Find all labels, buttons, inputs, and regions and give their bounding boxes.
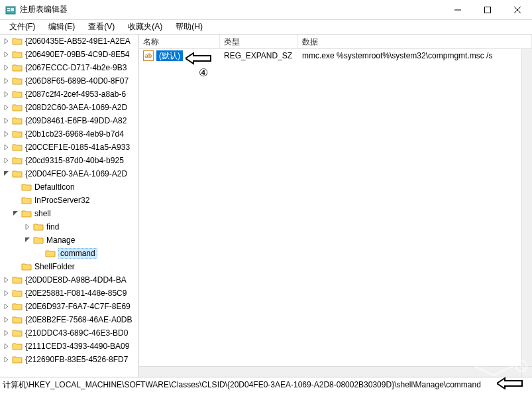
tree-node[interactable]: {20D0DE8D-A98B-4DD4-BA xyxy=(0,273,138,287)
tree-node-label: {212690FB-83E5-4526-8FD7 xyxy=(25,355,128,364)
expand-icon[interactable] xyxy=(3,157,11,165)
tree-node-label: {20CCEF1E-0185-41a5-A933 xyxy=(25,143,130,152)
column-header-type[interactable]: 类型 xyxy=(220,34,298,48)
tree-node-label: {206D8F65-689B-40D0-8F07 xyxy=(25,76,129,86)
expand-icon[interactable] xyxy=(3,143,11,151)
folder-icon xyxy=(12,302,23,311)
menu-help[interactable]: 帮助(H) xyxy=(169,20,209,34)
expand-icon[interactable] xyxy=(3,276,11,284)
folder-icon xyxy=(12,169,23,178)
minimize-button[interactable] xyxy=(443,0,472,20)
tree-node-label: InProcServer32 xyxy=(34,196,89,205)
tree-node[interactable]: {20D04FE0-3AEA-1069-A2D xyxy=(0,167,138,180)
collapse-icon[interactable] xyxy=(24,236,32,244)
value-cell-name[interactable]: ab(默认) xyxy=(139,50,220,62)
folder-icon xyxy=(12,289,23,298)
expand-icon[interactable] xyxy=(3,342,11,350)
tree-node-label: {210DDC43-689C-46E3-BD0 xyxy=(25,328,128,338)
menu-file[interactable]: 文件(F) xyxy=(3,20,42,34)
tree-node[interactable]: Manage xyxy=(0,233,138,247)
tree-node[interactable]: shell xyxy=(0,207,138,220)
value-row[interactable]: ab(默认) REG_EXPAND_SZ mmc.exe %systemroot… xyxy=(139,49,532,62)
collapse-icon[interactable] xyxy=(12,210,20,218)
svg-rect-5 xyxy=(484,7,490,13)
tree-node[interactable]: find xyxy=(0,220,138,233)
tree-node-label: {2067ECCC-D717-4b2e-9B3 xyxy=(25,63,127,72)
svg-rect-3 xyxy=(11,8,14,11)
column-header-data[interactable]: 数据 xyxy=(298,34,532,48)
tree-node[interactable]: {2067ECCC-D717-4b2e-9B3 xyxy=(0,61,138,74)
expand-icon[interactable] xyxy=(3,64,11,72)
content-area: {2060435E-AB52-49E1-A2EA{206490E7-09B5-4… xyxy=(0,34,532,377)
expand-icon[interactable] xyxy=(3,329,11,337)
tree-node[interactable]: {20b1cb23-6968-4eb9-b7d4 xyxy=(0,127,138,141)
tree-node[interactable]: {20E6D937-F6A7-4C7F-8E69 xyxy=(0,300,138,313)
tree-node-label: DefaultIcon xyxy=(34,182,75,192)
folder-icon xyxy=(12,50,23,59)
folder-icon xyxy=(12,36,23,46)
expand-icon xyxy=(12,183,20,191)
tree-node[interactable]: DefaultIcon xyxy=(0,180,138,194)
tree-node-label: {2060435E-AB52-49E1-A2EA xyxy=(25,36,131,46)
list-header: 名称 类型 数据 xyxy=(139,34,532,49)
expand-icon[interactable] xyxy=(3,130,11,138)
expand-icon[interactable] xyxy=(3,90,11,98)
tree-node[interactable]: {209D8461-E6FB-49DD-A82 xyxy=(0,114,138,127)
tree-node[interactable]: {20E8B2FE-7568-46AE-A0DB xyxy=(0,313,138,326)
tree-node-label: {20D04FE0-3AEA-1069-A2D xyxy=(25,169,127,178)
expand-icon[interactable] xyxy=(3,77,11,85)
menu-favorites[interactable]: 收藏夹(A) xyxy=(121,20,169,34)
tree-node-label: command xyxy=(58,248,97,259)
tree-node[interactable]: {2060435E-AB52-49E1-A2EA xyxy=(0,34,138,48)
maximize-button[interactable] xyxy=(472,0,502,20)
tree-node[interactable]: {20cd9315-87d0-40b4-b925 xyxy=(0,154,138,167)
tree-node[interactable]: {2111CED3-4393-4490-BA09 xyxy=(0,340,138,353)
status-bar: 计算机\HKEY_LOCAL_MACHINE\SOFTWARE\Classes\… xyxy=(0,377,532,393)
expand-icon[interactable] xyxy=(3,50,11,58)
close-button[interactable] xyxy=(502,0,532,20)
tree-node[interactable]: command xyxy=(0,247,138,260)
expand-icon[interactable] xyxy=(3,103,11,111)
folder-icon xyxy=(21,182,32,192)
value-cell-type: REG_EXPAND_SZ xyxy=(220,51,298,60)
expand-icon[interactable] xyxy=(3,316,11,324)
tree-node[interactable]: {20CCEF1E-0185-41a5-A933 xyxy=(0,141,138,154)
expand-icon[interactable] xyxy=(24,223,32,231)
list-scrollbar-horizontal[interactable] xyxy=(139,367,521,377)
registry-tree[interactable]: {2060435E-AB52-49E1-A2EA{206490E7-09B5-4… xyxy=(0,34,139,377)
menu-edit[interactable]: 编辑(E) xyxy=(42,20,81,34)
folder-icon xyxy=(12,76,23,86)
tree-node[interactable]: {2087c2f4-2cef-4953-a8ab-6 xyxy=(0,88,138,101)
menu-view[interactable]: 查看(V) xyxy=(81,20,121,34)
window-title: 注册表编辑器 xyxy=(20,4,443,15)
expand-icon[interactable] xyxy=(3,117,11,125)
expand-icon[interactable] xyxy=(3,37,11,45)
tree-node-label: {20D0DE8D-A98B-4DD4-BA xyxy=(25,275,127,285)
folder-icon xyxy=(12,116,23,125)
expand-icon[interactable] xyxy=(3,356,11,363)
title-bar: 注册表编辑器 xyxy=(0,0,532,20)
list-footer xyxy=(139,366,532,377)
expand-icon[interactable] xyxy=(3,302,11,310)
folder-icon xyxy=(33,235,44,245)
list-scrollbar-vertical[interactable] xyxy=(521,49,532,366)
column-header-name[interactable]: 名称 xyxy=(139,34,220,48)
tree-node-label: {20E25881-F081-448e-85C9 xyxy=(25,289,127,298)
value-name-text: (默认) xyxy=(156,50,183,61)
tree-node[interactable]: ShellFolder xyxy=(0,260,138,273)
folder-icon xyxy=(12,328,23,338)
tree-node[interactable]: {206D8F65-689B-40D0-8F07 xyxy=(0,74,138,88)
expand-icon[interactable] xyxy=(3,289,11,297)
status-path: 计算机\HKEY_LOCAL_MACHINE\SOFTWARE\Classes\… xyxy=(3,379,481,391)
tree-node-label: Manage xyxy=(46,235,75,245)
tree-node[interactable]: {210DDC43-689C-46E3-BD0 xyxy=(0,326,138,340)
tree-node[interactable]: {206490E7-09B5-4C9D-8E54 xyxy=(0,48,138,61)
tree-node[interactable]: {212690FB-83E5-4526-8FD7 xyxy=(0,353,138,366)
tree-node[interactable]: {20E25881-F081-448e-85C9 xyxy=(0,287,138,300)
tree-node-label: {206490E7-09B5-4C9D-8E54 xyxy=(25,50,129,59)
tree-node-label: find xyxy=(46,222,59,231)
tree-node-label: {20E6D937-F6A7-4C7F-8E69 xyxy=(25,302,131,311)
collapse-icon[interactable] xyxy=(3,170,11,178)
tree-node[interactable]: InProcServer32 xyxy=(0,194,138,207)
tree-node[interactable]: {208D2C60-3AEA-1069-A2D xyxy=(0,101,138,114)
